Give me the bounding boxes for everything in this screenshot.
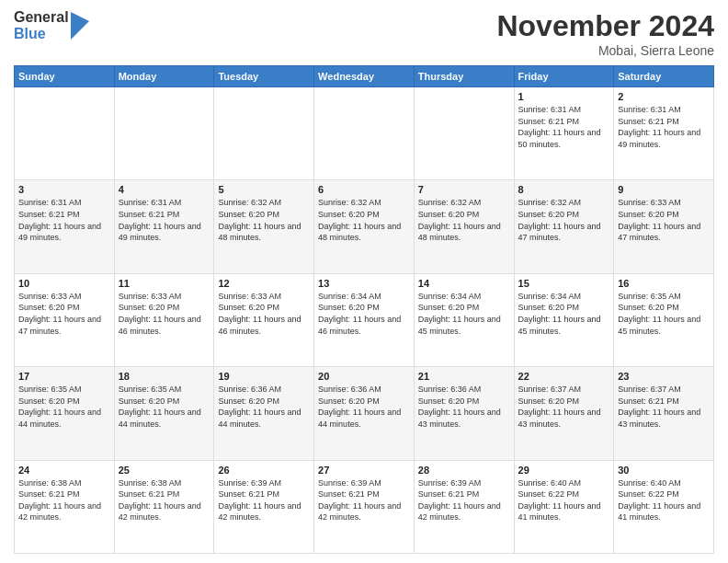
logo-general-text: General xyxy=(14,9,69,26)
calendar-cell: 27Sunrise: 6:39 AM Sunset: 6:21 PM Dayli… xyxy=(314,460,415,553)
calendar-cell: 14Sunrise: 6:34 AM Sunset: 6:20 PM Dayli… xyxy=(414,273,514,366)
location: Mobai, Sierra Leone xyxy=(496,43,714,58)
calendar-header-row: SundayMondayTuesdayWednesdayThursdayFrid… xyxy=(15,66,714,87)
day-info: Sunrise: 6:31 AM Sunset: 6:21 PM Dayligh… xyxy=(518,104,610,150)
month-title: November 2024 xyxy=(496,9,714,43)
calendar-cell: 20Sunrise: 6:36 AM Sunset: 6:20 PM Dayli… xyxy=(314,367,415,460)
day-number: 1 xyxy=(518,91,610,102)
day-number: 21 xyxy=(418,371,510,382)
calendar-day-header: Friday xyxy=(514,66,614,87)
calendar-day-header: Monday xyxy=(114,66,214,87)
calendar-cell: 16Sunrise: 6:35 AM Sunset: 6:20 PM Dayli… xyxy=(614,273,714,366)
calendar-cell: 4Sunrise: 6:31 AM Sunset: 6:21 PM Daylig… xyxy=(114,180,214,273)
day-number: 30 xyxy=(618,465,710,476)
calendar-cell: 12Sunrise: 6:33 AM Sunset: 6:20 PM Dayli… xyxy=(214,273,314,366)
calendar-cell: 21Sunrise: 6:36 AM Sunset: 6:20 PM Dayli… xyxy=(414,367,514,460)
calendar-day-header: Thursday xyxy=(414,66,514,87)
day-info: Sunrise: 6:37 AM Sunset: 6:21 PM Dayligh… xyxy=(618,384,710,430)
calendar-cell: 22Sunrise: 6:37 AM Sunset: 6:20 PM Dayli… xyxy=(514,367,614,460)
day-number: 27 xyxy=(318,465,410,476)
calendar-cell xyxy=(214,87,314,180)
day-info: Sunrise: 6:37 AM Sunset: 6:20 PM Dayligh… xyxy=(518,384,610,430)
calendar-day-header: Tuesday xyxy=(214,66,314,87)
calendar-week-row: 24Sunrise: 6:38 AM Sunset: 6:21 PM Dayli… xyxy=(15,460,714,553)
calendar-cell: 15Sunrise: 6:34 AM Sunset: 6:20 PM Dayli… xyxy=(514,273,614,366)
day-info: Sunrise: 6:32 AM Sunset: 6:20 PM Dayligh… xyxy=(218,197,310,243)
header: General Blue November 2024 Mobai, Sierra… xyxy=(14,9,714,58)
day-number: 18 xyxy=(119,371,210,382)
day-number: 5 xyxy=(218,184,310,195)
day-number: 29 xyxy=(518,465,610,476)
day-number: 23 xyxy=(618,371,710,382)
calendar-cell: 10Sunrise: 6:33 AM Sunset: 6:20 PM Dayli… xyxy=(15,273,115,366)
day-number: 20 xyxy=(318,371,410,382)
day-number: 17 xyxy=(18,371,110,382)
calendar-cell: 18Sunrise: 6:35 AM Sunset: 6:20 PM Dayli… xyxy=(114,367,214,460)
svg-marker-0 xyxy=(71,12,89,40)
calendar-cell: 7Sunrise: 6:32 AM Sunset: 6:20 PM Daylig… xyxy=(414,180,514,273)
day-info: Sunrise: 6:31 AM Sunset: 6:21 PM Dayligh… xyxy=(618,104,710,150)
calendar-cell: 11Sunrise: 6:33 AM Sunset: 6:20 PM Dayli… xyxy=(114,273,214,366)
day-number: 4 xyxy=(119,184,210,195)
calendar-cell: 29Sunrise: 6:40 AM Sunset: 6:22 PM Dayli… xyxy=(514,460,614,553)
day-info: Sunrise: 6:32 AM Sunset: 6:20 PM Dayligh… xyxy=(418,197,510,243)
calendar-day-header: Wednesday xyxy=(314,66,415,87)
calendar-week-row: 3Sunrise: 6:31 AM Sunset: 6:21 PM Daylig… xyxy=(15,180,714,273)
day-number: 24 xyxy=(18,465,110,476)
day-info: Sunrise: 6:36 AM Sunset: 6:20 PM Dayligh… xyxy=(418,384,510,430)
calendar-cell: 1Sunrise: 6:31 AM Sunset: 6:21 PM Daylig… xyxy=(514,87,614,180)
day-info: Sunrise: 6:36 AM Sunset: 6:20 PM Dayligh… xyxy=(318,384,410,430)
calendar-cell: 19Sunrise: 6:36 AM Sunset: 6:20 PM Dayli… xyxy=(214,367,314,460)
day-info: Sunrise: 6:34 AM Sunset: 6:20 PM Dayligh… xyxy=(518,291,610,337)
page: General Blue November 2024 Mobai, Sierra… xyxy=(0,0,728,563)
day-number: 19 xyxy=(218,371,310,382)
calendar-cell: 9Sunrise: 6:33 AM Sunset: 6:20 PM Daylig… xyxy=(614,180,714,273)
calendar-cell: 17Sunrise: 6:35 AM Sunset: 6:20 PM Dayli… xyxy=(15,367,115,460)
calendar-day-header: Sunday xyxy=(15,66,115,87)
calendar-cell: 5Sunrise: 6:32 AM Sunset: 6:20 PM Daylig… xyxy=(214,180,314,273)
calendar-week-row: 1Sunrise: 6:31 AM Sunset: 6:21 PM Daylig… xyxy=(15,87,714,180)
day-number: 10 xyxy=(18,278,110,289)
calendar-cell: 23Sunrise: 6:37 AM Sunset: 6:21 PM Dayli… xyxy=(614,367,714,460)
day-info: Sunrise: 6:32 AM Sunset: 6:20 PM Dayligh… xyxy=(318,197,410,243)
day-info: Sunrise: 6:33 AM Sunset: 6:20 PM Dayligh… xyxy=(119,291,210,337)
calendar-cell: 2Sunrise: 6:31 AM Sunset: 6:21 PM Daylig… xyxy=(614,87,714,180)
calendar-cell: 28Sunrise: 6:39 AM Sunset: 6:21 PM Dayli… xyxy=(414,460,514,553)
title-area: November 2024 Mobai, Sierra Leone xyxy=(496,9,714,58)
day-number: 11 xyxy=(119,278,210,289)
day-info: Sunrise: 6:34 AM Sunset: 6:20 PM Dayligh… xyxy=(418,291,510,337)
day-info: Sunrise: 6:35 AM Sunset: 6:20 PM Dayligh… xyxy=(618,291,710,337)
logo: General Blue xyxy=(14,9,89,41)
day-number: 6 xyxy=(318,184,410,195)
day-info: Sunrise: 6:38 AM Sunset: 6:21 PM Dayligh… xyxy=(18,477,110,523)
day-info: Sunrise: 6:40 AM Sunset: 6:22 PM Dayligh… xyxy=(618,477,710,523)
day-number: 28 xyxy=(418,465,510,476)
calendar-cell xyxy=(15,87,115,180)
calendar-week-row: 17Sunrise: 6:35 AM Sunset: 6:20 PM Dayli… xyxy=(15,367,714,460)
calendar-table: SundayMondayTuesdayWednesdayThursdayFrid… xyxy=(14,65,714,554)
calendar-cell: 30Sunrise: 6:40 AM Sunset: 6:22 PM Dayli… xyxy=(614,460,714,553)
calendar-day-header: Saturday xyxy=(614,66,714,87)
day-number: 13 xyxy=(318,278,410,289)
calendar-cell: 25Sunrise: 6:38 AM Sunset: 6:21 PM Dayli… xyxy=(114,460,214,553)
calendar-cell: 3Sunrise: 6:31 AM Sunset: 6:21 PM Daylig… xyxy=(15,180,115,273)
day-info: Sunrise: 6:38 AM Sunset: 6:21 PM Dayligh… xyxy=(119,477,210,523)
day-info: Sunrise: 6:40 AM Sunset: 6:22 PM Dayligh… xyxy=(518,477,610,523)
logo-blue-text: Blue xyxy=(14,26,69,42)
day-number: 15 xyxy=(518,278,610,289)
calendar-cell: 8Sunrise: 6:32 AM Sunset: 6:20 PM Daylig… xyxy=(514,180,614,273)
day-number: 3 xyxy=(18,184,110,195)
day-info: Sunrise: 6:32 AM Sunset: 6:20 PM Dayligh… xyxy=(518,197,610,243)
day-info: Sunrise: 6:34 AM Sunset: 6:20 PM Dayligh… xyxy=(318,291,410,337)
calendar-cell xyxy=(314,87,415,180)
day-number: 14 xyxy=(418,278,510,289)
day-info: Sunrise: 6:33 AM Sunset: 6:20 PM Dayligh… xyxy=(618,197,710,243)
calendar-cell: 6Sunrise: 6:32 AM Sunset: 6:20 PM Daylig… xyxy=(314,180,415,273)
day-info: Sunrise: 6:35 AM Sunset: 6:20 PM Dayligh… xyxy=(18,384,110,430)
day-number: 9 xyxy=(618,184,710,195)
day-number: 8 xyxy=(518,184,610,195)
calendar-cell xyxy=(114,87,214,180)
day-info: Sunrise: 6:39 AM Sunset: 6:21 PM Dayligh… xyxy=(218,477,310,523)
day-number: 16 xyxy=(618,278,710,289)
calendar-cell: 26Sunrise: 6:39 AM Sunset: 6:21 PM Dayli… xyxy=(214,460,314,553)
